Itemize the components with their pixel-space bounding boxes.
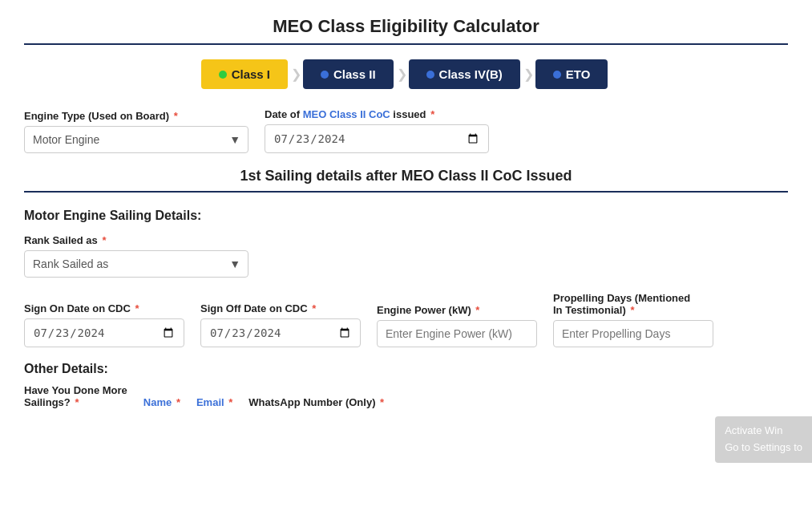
rank-sailed-select[interactable]: Rank Sailed as 4th Engineer 3rd Engineer… [24, 250, 248, 278]
engine-type-select[interactable]: Motor Engine Steam Engine [24, 126, 248, 153]
tab-dot-class1 [219, 71, 227, 79]
email-label: Email * [196, 396, 232, 408]
sign-off-input[interactable] [200, 318, 361, 347]
name-group: Name * [143, 396, 180, 408]
have-done-more-group: Have You Done More Sailings? * [24, 384, 127, 408]
engine-type-required: * [174, 110, 178, 122]
page-title: MEO Class Eligibility Calculator [24, 16, 788, 45]
have-done-more-label: Have You Done More Sailings? * [24, 384, 127, 408]
email-group: Email * [196, 396, 232, 408]
whatsapp-group: WhatsApp Number (Only) * [248, 396, 384, 408]
rank-sailed-label: Rank Sailed as * [24, 234, 248, 246]
sign-on-group: Sign On Date on CDC * [24, 302, 184, 347]
date-coc-required: * [430, 108, 434, 120]
sign-on-input[interactable] [24, 318, 184, 347]
propelling-days-required: * [630, 304, 634, 316]
tab-dot-class2 [321, 71, 329, 79]
sign-off-label: Sign Off Date on CDC * [200, 302, 361, 314]
tabs-row: Class I ❯ Class II ❯ Class IV(B) ❯ ETO [24, 59, 788, 89]
engine-power-required: * [475, 304, 479, 316]
sailing-details-row: Sign On Date on CDC * Sign Off Date on C… [24, 292, 788, 347]
date-coc-group: Date of MEO Class II CoC issued * [265, 108, 489, 153]
sign-off-group: Sign Off Date on CDC * [200, 302, 361, 347]
engine-power-group: Engine Power (kW) * [377, 304, 537, 347]
tab-class4b[interactable]: Class IV(B) [409, 59, 520, 89]
tab-label-class1: Class I [232, 67, 270, 81]
whatsapp-label: WhatsApp Number (Only) * [248, 396, 384, 408]
tab-label-class4b: Class IV(B) [439, 67, 503, 81]
name-required: * [176, 396, 180, 408]
tab-label-eto: ETO [566, 67, 591, 81]
motor-engine-sailing-heading: Motor Engine Sailing Details: [24, 209, 788, 223]
rank-sailed-group: Rank Sailed as * Rank Sailed as 4th Engi… [24, 234, 248, 278]
date-coc-label: Date of MEO Class II CoC issued * [265, 108, 489, 120]
tab-class2[interactable]: Class II [303, 59, 394, 89]
top-form-row: Engine Type (Used on Board) * Motor Engi… [24, 108, 788, 153]
propelling-days-input[interactable] [553, 320, 713, 347]
tab-label-class2: Class II [333, 67, 376, 81]
rank-sailed-required: * [102, 234, 106, 246]
arrow-1: ❯ [291, 67, 301, 82]
propelling-days-label: Propelling Days (Mentioned In Testimonia… [553, 292, 713, 316]
other-details-heading: Other Details: [24, 362, 788, 376]
arrow-3: ❯ [523, 67, 534, 82]
name-label: Name * [143, 396, 180, 408]
email-required: * [228, 396, 232, 408]
engine-power-input[interactable] [377, 320, 537, 347]
tab-dot-eto [553, 71, 561, 79]
rank-sailed-select-wrapper: Rank Sailed as 4th Engineer 3rd Engineer… [24, 250, 248, 278]
activate-windows-watermark: Activate Win Go to Settings to [715, 416, 812, 463]
sign-on-required: * [135, 302, 139, 314]
sign-off-required: * [312, 302, 316, 314]
date-coc-input[interactable] [265, 124, 489, 153]
tab-class1[interactable]: Class I [201, 59, 288, 89]
engine-power-label: Engine Power (kW) * [377, 304, 537, 316]
sailing-section-heading: 1st Sailing details after MEO Class II C… [24, 168, 788, 193]
propelling-days-group: Propelling Days (Mentioned In Testimonia… [553, 292, 713, 347]
tab-eto[interactable]: ETO [535, 59, 608, 89]
rank-row: Rank Sailed as * Rank Sailed as 4th Engi… [24, 234, 788, 278]
sign-on-label: Sign On Date on CDC * [24, 302, 184, 314]
whatsapp-required: * [380, 396, 384, 408]
tab-dot-class4b [426, 71, 434, 79]
engine-type-label: Engine Type (Used on Board) * [24, 110, 248, 122]
other-details-row: Have You Done More Sailings? * Name * Em… [24, 384, 788, 408]
engine-type-group: Engine Type (Used on Board) * Motor Engi… [24, 110, 248, 153]
have-done-more-required: * [75, 396, 79, 408]
arrow-2: ❯ [397, 67, 407, 82]
engine-type-select-wrapper: Motor Engine Steam Engine ▼ [24, 126, 248, 153]
